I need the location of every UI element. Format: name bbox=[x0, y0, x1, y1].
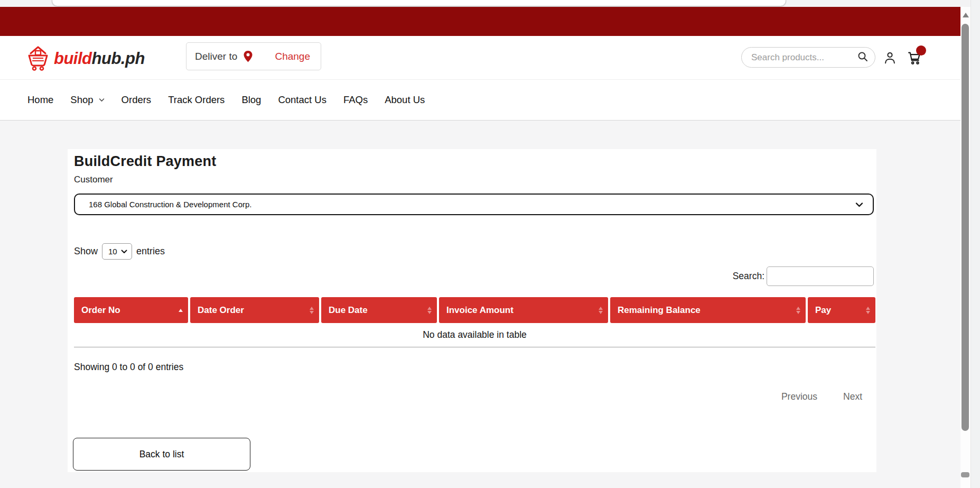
nav-item-track-orders[interactable]: Track Orders bbox=[168, 94, 225, 106]
sort-icon bbox=[310, 307, 314, 314]
show-label: Show bbox=[74, 246, 98, 257]
logo-text-hub: hub.ph bbox=[92, 49, 145, 68]
customer-select-value: 168 Global Construction & Development Co… bbox=[89, 200, 252, 209]
nav-item-label: Home bbox=[27, 94, 53, 106]
scrollbar-bottom-piece[interactable] bbox=[961, 472, 969, 477]
chevron-down-icon bbox=[855, 202, 863, 207]
nav-item-about-us[interactable]: About Us bbox=[385, 94, 425, 106]
deliver-to-box[interactable]: Deliver to Change bbox=[186, 42, 321, 70]
column-header-label: Order No bbox=[81, 305, 120, 316]
column-header-label: Due Date bbox=[329, 305, 368, 316]
page-title: BuildCredit Payment bbox=[74, 153, 216, 170]
nav-item-orders[interactable]: Orders bbox=[122, 94, 152, 106]
column-header-remaining-balance[interactable]: Remaining Balance bbox=[610, 297, 806, 323]
table-search-label: Search: bbox=[733, 271, 764, 282]
account-icon[interactable] bbox=[883, 50, 897, 67]
sort-icon bbox=[599, 307, 603, 314]
nav-item-shop[interactable]: Shop bbox=[70, 94, 104, 106]
pagination-next-button[interactable]: Next bbox=[843, 391, 862, 402]
table-empty-row: No data available in table bbox=[74, 323, 875, 347]
entries-length-select[interactable]: 10 bbox=[102, 243, 132, 260]
customer-label: Customer bbox=[74, 174, 113, 185]
change-address-link[interactable]: Change bbox=[275, 51, 310, 62]
column-header-order-no[interactable]: Order No bbox=[74, 297, 188, 323]
customer-select[interactable]: 168 Global Construction & Development Co… bbox=[74, 194, 874, 215]
table-search-control: Search: bbox=[733, 266, 874, 286]
column-header-date-order[interactable]: Date Order bbox=[190, 297, 319, 323]
logo-text-build: build bbox=[54, 49, 92, 68]
product-search-input[interactable] bbox=[751, 52, 857, 63]
buildcredit-payment-card: BuildCredit Payment Customer 168 Global … bbox=[68, 149, 876, 472]
scrollbar-up-arrow[interactable] bbox=[963, 13, 969, 17]
nav-item-label: About Us bbox=[385, 94, 425, 106]
buildhub-logo-cart-icon bbox=[25, 44, 51, 73]
column-header-invoice-amount[interactable]: Invoice Amount bbox=[439, 297, 608, 323]
column-header-due-date[interactable]: Due Date bbox=[321, 297, 437, 323]
column-header-label: Remaining Balance bbox=[618, 305, 701, 316]
column-header-pay[interactable]: Pay bbox=[808, 297, 875, 323]
nav-item-home[interactable]: Home bbox=[27, 94, 53, 106]
column-header-label: Date Order bbox=[198, 305, 244, 316]
nav-item-blog[interactable]: Blog bbox=[241, 94, 261, 106]
top-banner-bar bbox=[0, 7, 960, 36]
cart-badge bbox=[916, 45, 926, 56]
nav-item-label: Orders bbox=[122, 94, 152, 106]
column-header-label: Pay bbox=[815, 305, 831, 316]
sort-icon bbox=[796, 307, 800, 314]
sort-asc-icon bbox=[179, 309, 183, 312]
buildhub-logo[interactable]: buildhub.ph bbox=[25, 44, 145, 73]
pagination-previous-button[interactable]: Previous bbox=[781, 391, 817, 402]
window-edge-strip bbox=[970, 0, 980, 488]
nav-item-label: Shop bbox=[70, 94, 93, 106]
table-header-row: Order No Date Order Due Date Invoice Amo… bbox=[74, 297, 875, 323]
back-to-list-button[interactable]: Back to list bbox=[73, 438, 250, 471]
site-header: buildhub.ph Deliver to Change bbox=[0, 36, 960, 79]
chevron-down-icon bbox=[121, 250, 127, 254]
table-empty-message: No data available in table bbox=[423, 329, 527, 340]
browser-address-bar[interactable] bbox=[52, 0, 786, 6]
nav-item-faqs[interactable]: FAQs bbox=[343, 94, 368, 106]
column-header-label: Invoice Amount bbox=[446, 305, 514, 316]
sort-icon bbox=[866, 307, 870, 314]
chevron-down-icon bbox=[99, 98, 105, 102]
entries-label: entries bbox=[136, 246, 165, 257]
entries-length-value: 10 bbox=[108, 247, 117, 256]
table-search-input[interactable] bbox=[767, 266, 874, 286]
scrollbar-thumb[interactable] bbox=[962, 24, 969, 431]
nav-item-label: Track Orders bbox=[168, 94, 225, 106]
table-pagination: Previous Next bbox=[781, 391, 862, 402]
main-nav: Home Shop Orders Track Orders Blog Conta… bbox=[0, 79, 960, 121]
search-icon[interactable] bbox=[857, 51, 869, 65]
deliver-to-label: Deliver to bbox=[195, 51, 237, 62]
sort-icon bbox=[427, 307, 432, 314]
browser-chrome-strip bbox=[0, 0, 980, 7]
nav-item-label: FAQs bbox=[343, 94, 368, 106]
nav-item-contact-us[interactable]: Contact Us bbox=[278, 94, 326, 106]
nav-item-label: Contact Us bbox=[278, 94, 326, 106]
table-info-text: Showing 0 to 0 of 0 entries bbox=[74, 362, 183, 373]
product-search-bar bbox=[741, 47, 875, 68]
buildhub-logo-text: buildhub.ph bbox=[54, 49, 145, 68]
location-pin-icon bbox=[243, 50, 253, 63]
nav-item-label: Blog bbox=[241, 94, 261, 106]
show-entries-control: Show 10 entries bbox=[74, 243, 165, 260]
